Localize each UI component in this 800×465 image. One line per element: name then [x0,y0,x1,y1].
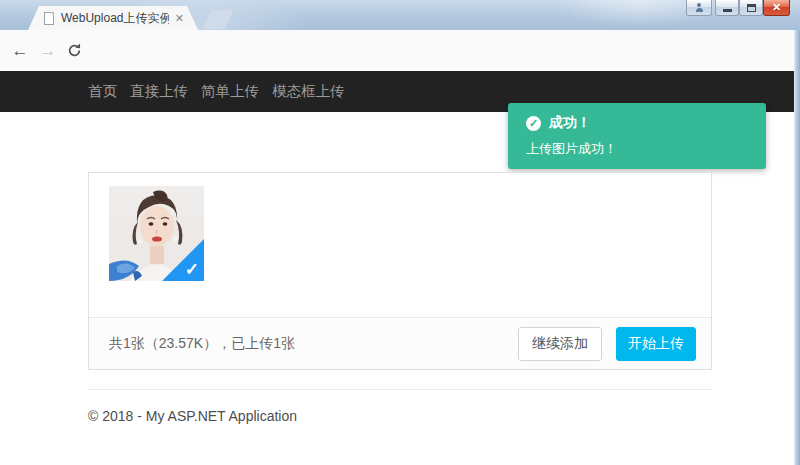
add-more-button[interactable]: 继续添加 [518,327,602,361]
nav-item-direct-upload[interactable]: 直接上传 [130,82,188,101]
nav-item-simple-upload[interactable]: 简单上传 [201,82,259,101]
minimize-icon [723,9,732,12]
page-document-icon [44,12,54,25]
nav-item-modal-upload[interactable]: 模态框上传 [272,82,345,101]
toast-message: 上传图片成功！ [526,140,748,158]
toast-header: ✓ 成功！ [526,114,748,132]
reload-button[interactable] [62,30,86,71]
window-maximize-button[interactable] [739,0,763,16]
uploader-statusbar: 共1张（23.57K），已上传1张 继续添加 开始上传 [89,317,711,369]
window-minimize-button[interactable] [715,0,739,16]
tab-title: WebUpload上传实例 [61,10,169,27]
new-tab-button[interactable] [203,10,233,29]
forward-button: → [36,30,60,71]
tab-close-icon[interactable]: ✕ [175,13,184,24]
window-titlebar: WebUpload上传实例 ✕ ✕ [0,0,800,30]
browser-tab[interactable]: WebUpload上传实例 ✕ [28,6,198,30]
window-close-button[interactable]: ✕ [763,0,790,16]
footer-copyright: © 2018 - My ASP.NET Application [88,408,297,424]
reload-icon [67,43,82,58]
nav-item-home[interactable]: 首页 [88,82,117,101]
window-right-border [794,30,800,465]
success-toast[interactable]: ✓ 成功！ 上传图片成功！ [508,103,766,169]
person-icon [696,8,703,12]
uploaded-image-thumbnail[interactable]: ✓ [109,186,204,281]
badge-check-icon: ✓ [185,261,199,278]
start-upload-button[interactable]: 开始上传 [616,327,696,361]
upload-queue: ✓ [89,173,711,318]
browser-toolbar: ← → i localhost:21355/Upload/Upload ☆ ⋮ [0,30,800,71]
footer-divider [88,389,712,390]
window-user-button[interactable] [686,0,712,16]
uploader-panel: ✓ 共1张（23.57K），已上传1张 继续添加 开始上传 [88,172,712,370]
browser-window: WebUpload上传实例 ✕ ✕ ← → i localhost:21355/ [0,0,800,465]
toast-title: 成功！ [549,114,591,132]
upload-status-text: 共1张（23.57K），已上传1张 [109,335,295,353]
check-circle-icon: ✓ [526,116,541,131]
close-icon: ✕ [772,2,781,13]
back-button[interactable]: ← [8,30,32,71]
maximize-icon [747,4,756,12]
